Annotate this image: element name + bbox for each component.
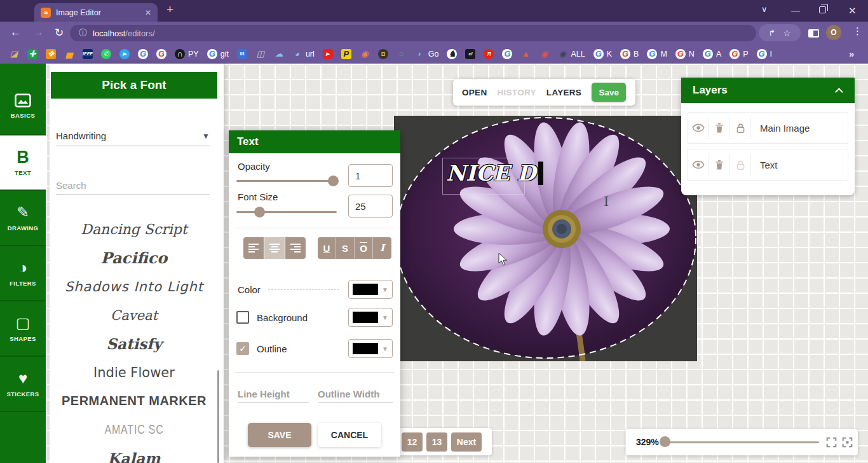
bookmark-item[interactable]: G B: [620, 49, 639, 59]
window-minimize-icon[interactable]: —: [791, 5, 800, 15]
new-tab-button[interactable]: +: [166, 3, 173, 17]
text-save-button[interactable]: SAVE: [248, 423, 311, 447]
bookmarks-overflow-icon[interactable]: »: [849, 48, 854, 59]
layer-row[interactable]: Main Image: [688, 112, 848, 144]
bookmark-item[interactable]: G I: [757, 49, 772, 59]
share-icon[interactable]: ↱: [768, 28, 775, 38]
center-focus-icon[interactable]: [842, 437, 853, 448]
bookmark-item[interactable]: G K: [593, 49, 612, 59]
background-swatch-dropdown[interactable]: ▼: [348, 308, 393, 327]
font-option[interactable]: Permanent Marker: [50, 387, 219, 415]
bookmark-item[interactable]: G N: [675, 49, 695, 59]
bookmark-item[interactable]: P: [341, 49, 351, 59]
window-maximize-icon[interactable]: [819, 6, 826, 13]
bookmark-item[interactable]: ◉ ALL: [557, 49, 585, 59]
bookmark-item[interactable]: ▲: [520, 49, 531, 59]
bookmark-item[interactable]: ▶: [323, 49, 333, 59]
font-size-input[interactable]: [348, 195, 393, 218]
strikethrough-button[interactable]: S: [336, 237, 355, 259]
profile-avatar[interactable]: O: [826, 25, 841, 40]
bookmark-item[interactable]: G A: [703, 49, 721, 59]
page-12-button[interactable]: 12: [402, 432, 423, 452]
bookmark-item[interactable]: ◪: [9, 49, 19, 59]
line-height-input[interactable]: [238, 386, 309, 403]
fullscreen-icon[interactable]: [826, 437, 837, 448]
font-option[interactable]: Kalam: [50, 444, 219, 463]
back-icon[interactable]: ←: [10, 26, 21, 39]
font-option[interactable]: Indie Flower: [50, 358, 219, 387]
forward-icon[interactable]: →: [33, 26, 44, 39]
page-13-button[interactable]: 13: [426, 432, 447, 452]
layer-row[interactable]: Text: [688, 149, 848, 181]
bookmark-item[interactable]: ◕ url: [292, 49, 315, 59]
align-left-button[interactable]: [243, 237, 264, 259]
outline-checkbox[interactable]: ✓: [236, 342, 249, 355]
bookmark-item[interactable]: ✆: [101, 49, 111, 59]
layer-delete-button[interactable]: [709, 154, 730, 176]
bookmark-item[interactable]: ∩ PY: [175, 49, 199, 59]
layer-lock-button[interactable]: [730, 154, 751, 176]
image-canvas[interactable]: NICE D: [394, 116, 697, 361]
text-cancel-button[interactable]: CANCEL: [318, 423, 381, 447]
canvas-text-layer[interactable]: NICE D: [446, 160, 543, 186]
bookmark-item[interactable]: ◉: [360, 49, 370, 59]
sidebar-item-drawing[interactable]: ✎ DRAWING: [0, 191, 46, 246]
bookmark-item[interactable]: ◗ Go: [415, 49, 439, 59]
layer-visibility-button[interactable]: [688, 117, 709, 139]
bookmark-item[interactable]: ❖: [46, 49, 56, 59]
font-option[interactable]: Shadows Into Light: [50, 272, 219, 301]
font-option[interactable]: Satisfy: [50, 329, 219, 358]
background-checkbox[interactable]: [236, 311, 249, 324]
outline-width-input[interactable]: [318, 386, 393, 403]
bookmark-item[interactable]: ○: [397, 49, 407, 59]
opacity-slider-handle[interactable]: [328, 176, 339, 186]
sidebar-item-filters[interactable]: ◑ FILTERS: [0, 246, 46, 301]
sidebar-item-stickers[interactable]: ♥ STICKERS: [0, 357, 46, 412]
bookmark-item[interactable]: G git: [207, 49, 229, 59]
font-size-slider-handle[interactable]: [254, 207, 265, 218]
chevron-up-icon[interactable]: [835, 88, 843, 96]
next-page-button[interactable]: Next: [451, 432, 482, 452]
tab-search-icon[interactable]: ∨: [761, 4, 768, 14]
align-right-button[interactable]: [285, 237, 306, 259]
font-list-scrollbar[interactable]: [217, 370, 219, 463]
align-center-button[interactable]: [264, 237, 285, 259]
bookmark-item[interactable]: Я: [484, 49, 494, 59]
bookmark-item[interactable]: ◉: [539, 49, 549, 59]
bookmark-item[interactable]: ▶: [119, 49, 130, 59]
font-category-select[interactable]: Handwriting ▼: [56, 126, 210, 146]
zoom-slider-track[interactable]: [667, 441, 819, 443]
save-image-button[interactable]: Save: [592, 83, 626, 102]
opacity-slider-track[interactable]: [236, 180, 337, 182]
browser-menu-icon[interactable]: ⋮: [853, 25, 862, 37]
font-option[interactable]: Dancing Script: [50, 215, 219, 244]
bookmark-item[interactable]: G: [502, 49, 512, 59]
browser-tab[interactable]: ≈ Image Editor ✕: [34, 3, 158, 22]
address-bar[interactable]: ⓘ localhost/editors/: [70, 25, 756, 41]
bookmark-item[interactable]: ♞: [447, 49, 457, 59]
layers-button[interactable]: LAYERS: [546, 88, 581, 97]
color-swatch-dropdown[interactable]: ▼: [348, 280, 393, 299]
font-option[interactable]: Pacifico: [50, 244, 219, 272]
font-search-input[interactable]: [56, 177, 210, 195]
bookmark-item[interactable]: ✚: [27, 49, 37, 59]
bookmark-item[interactable]: ☁: [274, 49, 284, 59]
bookmark-item[interactable]: ▅: [64, 49, 74, 59]
bookmark-item[interactable]: ◫: [255, 49, 266, 59]
tab-close-icon[interactable]: ✕: [145, 8, 151, 17]
zoom-slider-handle[interactable]: [660, 436, 670, 447]
font-size-slider-track[interactable]: [236, 211, 337, 213]
layer-lock-button[interactable]: [730, 117, 751, 139]
overline-button[interactable]: O: [355, 237, 373, 259]
layer-delete-button[interactable]: [709, 117, 730, 139]
bookmark-item[interactable]: G: [156, 49, 166, 59]
sidebar-item-basics[interactable]: BASICS: [0, 64, 46, 135]
font-option[interactable]: Caveat: [50, 301, 219, 329]
bookmark-item[interactable]: IEEE: [83, 49, 93, 59]
window-close-icon[interactable]: ✕: [848, 5, 857, 17]
layer-visibility-button[interactable]: [688, 154, 709, 176]
sidebar-item-text[interactable]: B TEXT: [0, 135, 46, 191]
bookmark-item[interactable]: ‖‖: [237, 49, 247, 59]
opacity-input[interactable]: [348, 164, 393, 187]
italic-button[interactable]: I: [373, 237, 391, 259]
